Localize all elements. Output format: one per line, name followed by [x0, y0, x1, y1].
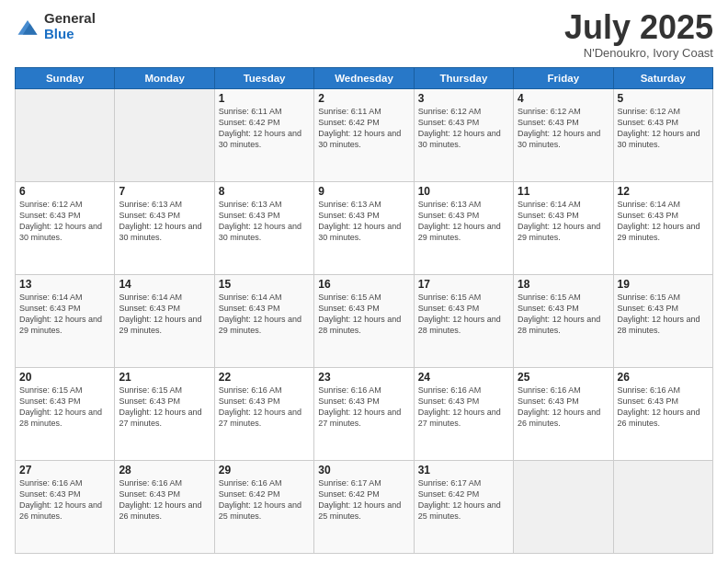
day-number: 31	[418, 464, 509, 477]
calendar-cell: 6Sunrise: 6:12 AM Sunset: 6:43 PM Daylig…	[16, 182, 115, 275]
calendar-cell: 3Sunrise: 6:12 AM Sunset: 6:43 PM Daylig…	[414, 89, 513, 182]
day-info: Sunrise: 6:16 AM Sunset: 6:43 PM Dayligh…	[19, 477, 110, 523]
calendar-cell: 25Sunrise: 6:16 AM Sunset: 6:43 PM Dayli…	[514, 368, 613, 461]
day-info: Sunrise: 6:16 AM Sunset: 6:43 PM Dayligh…	[318, 385, 409, 430]
calendar-cell: 9Sunrise: 6:13 AM Sunset: 6:43 PM Daylig…	[314, 182, 414, 275]
calendar-week-2: 6Sunrise: 6:12 AM Sunset: 6:43 PM Daylig…	[16, 182, 713, 275]
day-info: Sunrise: 6:15 AM Sunset: 6:43 PM Dayligh…	[618, 292, 709, 337]
day-number: 17	[418, 278, 509, 291]
weekday-header-thursday: Thursday	[414, 68, 513, 89]
calendar-cell: 10Sunrise: 6:13 AM Sunset: 6:43 PM Dayli…	[414, 182, 513, 275]
day-info: Sunrise: 6:12 AM Sunset: 6:43 PM Dayligh…	[618, 106, 709, 151]
weekday-header-friday: Friday	[514, 68, 613, 89]
day-number: 9	[318, 185, 409, 198]
calendar-week-4: 20Sunrise: 6:15 AM Sunset: 6:43 PM Dayli…	[16, 368, 713, 461]
day-number: 5	[618, 92, 709, 105]
header: General Blue July 2025 N'Denoukro, Ivory…	[15, 11, 713, 60]
day-info: Sunrise: 6:16 AM Sunset: 6:43 PM Dayligh…	[418, 385, 509, 430]
day-number: 6	[19, 185, 110, 198]
day-number: 12	[618, 185, 709, 198]
day-info: Sunrise: 6:14 AM Sunset: 6:43 PM Dayligh…	[219, 292, 310, 337]
calendar-week-5: 27Sunrise: 6:16 AM Sunset: 6:43 PM Dayli…	[16, 461, 713, 554]
calendar-cell: 24Sunrise: 6:16 AM Sunset: 6:43 PM Dayli…	[414, 368, 513, 461]
day-info: Sunrise: 6:13 AM Sunset: 6:43 PM Dayligh…	[219, 199, 310, 244]
calendar-cell	[115, 89, 214, 182]
day-info: Sunrise: 6:12 AM Sunset: 6:43 PM Dayligh…	[518, 106, 609, 151]
day-number: 14	[119, 278, 210, 291]
calendar-week-1: 1Sunrise: 6:11 AM Sunset: 6:42 PM Daylig…	[16, 89, 713, 182]
day-info: Sunrise: 6:11 AM Sunset: 6:42 PM Dayligh…	[219, 106, 310, 151]
calendar-cell: 15Sunrise: 6:14 AM Sunset: 6:43 PM Dayli…	[214, 275, 313, 368]
weekday-header-wednesday: Wednesday	[314, 68, 414, 89]
calendar-cell: 14Sunrise: 6:14 AM Sunset: 6:43 PM Dayli…	[115, 275, 214, 368]
day-number: 26	[618, 371, 709, 384]
logo: General Blue	[15, 11, 96, 41]
day-info: Sunrise: 6:15 AM Sunset: 6:43 PM Dayligh…	[318, 292, 409, 337]
calendar-cell: 23Sunrise: 6:16 AM Sunset: 6:43 PM Dayli…	[314, 368, 414, 461]
day-number: 29	[219, 464, 310, 477]
day-info: Sunrise: 6:15 AM Sunset: 6:43 PM Dayligh…	[119, 385, 210, 430]
day-info: Sunrise: 6:16 AM Sunset: 6:43 PM Dayligh…	[119, 477, 210, 523]
calendar-cell: 31Sunrise: 6:17 AM Sunset: 6:42 PM Dayli…	[414, 461, 513, 554]
weekday-header-saturday: Saturday	[613, 68, 712, 89]
calendar-table: SundayMondayTuesdayWednesdayThursdayFrid…	[15, 67, 713, 554]
calendar-cell: 30Sunrise: 6:17 AM Sunset: 6:42 PM Dayli…	[314, 461, 414, 554]
day-number: 2	[318, 92, 409, 105]
day-number: 30	[318, 464, 409, 477]
page: General Blue July 2025 N'Denoukro, Ivory…	[0, 0, 728, 563]
day-info: Sunrise: 6:17 AM Sunset: 6:42 PM Dayligh…	[318, 477, 409, 523]
day-info: Sunrise: 6:17 AM Sunset: 6:42 PM Dayligh…	[418, 477, 509, 523]
calendar-cell: 27Sunrise: 6:16 AM Sunset: 6:43 PM Dayli…	[16, 461, 115, 554]
day-number: 20	[19, 371, 110, 384]
day-info: Sunrise: 6:13 AM Sunset: 6:43 PM Dayligh…	[119, 199, 210, 244]
logo-blue-text: Blue	[44, 27, 96, 42]
day-number: 10	[418, 185, 509, 198]
day-number: 27	[19, 464, 110, 477]
calendar-cell: 26Sunrise: 6:16 AM Sunset: 6:43 PM Dayli…	[613, 368, 712, 461]
calendar-cell: 8Sunrise: 6:13 AM Sunset: 6:43 PM Daylig…	[214, 182, 313, 275]
day-info: Sunrise: 6:14 AM Sunset: 6:43 PM Dayligh…	[518, 199, 609, 244]
weekday-header-sunday: Sunday	[16, 68, 115, 89]
day-number: 13	[19, 278, 110, 291]
calendar-cell	[514, 461, 613, 554]
day-number: 7	[119, 185, 210, 198]
logo-icon	[15, 14, 40, 40]
calendar-cell	[16, 89, 115, 182]
month-title: July 2025	[564, 11, 713, 44]
calendar-cell: 21Sunrise: 6:15 AM Sunset: 6:43 PM Dayli…	[115, 368, 214, 461]
calendar-cell: 13Sunrise: 6:14 AM Sunset: 6:43 PM Dayli…	[16, 275, 115, 368]
header-right: July 2025 N'Denoukro, Ivory Coast	[564, 11, 713, 60]
day-info: Sunrise: 6:12 AM Sunset: 6:43 PM Dayligh…	[418, 106, 509, 151]
day-number: 28	[119, 464, 210, 477]
day-number: 1	[219, 92, 310, 105]
day-info: Sunrise: 6:14 AM Sunset: 6:43 PM Dayligh…	[618, 199, 709, 244]
day-number: 15	[219, 278, 310, 291]
day-number: 11	[518, 185, 609, 198]
calendar-cell: 29Sunrise: 6:16 AM Sunset: 6:42 PM Dayli…	[214, 461, 313, 554]
day-info: Sunrise: 6:16 AM Sunset: 6:43 PM Dayligh…	[518, 385, 609, 430]
calendar-cell: 2Sunrise: 6:11 AM Sunset: 6:42 PM Daylig…	[314, 89, 414, 182]
day-info: Sunrise: 6:15 AM Sunset: 6:43 PM Dayligh…	[418, 292, 509, 337]
calendar-cell: 11Sunrise: 6:14 AM Sunset: 6:43 PM Dayli…	[514, 182, 613, 275]
calendar-cell: 7Sunrise: 6:13 AM Sunset: 6:43 PM Daylig…	[115, 182, 214, 275]
day-number: 25	[518, 371, 609, 384]
calendar-cell	[613, 461, 712, 554]
day-number: 4	[518, 92, 609, 105]
day-number: 21	[119, 371, 210, 384]
calendar-week-3: 13Sunrise: 6:14 AM Sunset: 6:43 PM Dayli…	[16, 275, 713, 368]
calendar-cell: 17Sunrise: 6:15 AM Sunset: 6:43 PM Dayli…	[414, 275, 513, 368]
day-info: Sunrise: 6:16 AM Sunset: 6:43 PM Dayligh…	[618, 385, 709, 430]
calendar-cell: 5Sunrise: 6:12 AM Sunset: 6:43 PM Daylig…	[613, 89, 712, 182]
calendar-cell: 20Sunrise: 6:15 AM Sunset: 6:43 PM Dayli…	[16, 368, 115, 461]
logo-text: General Blue	[44, 11, 96, 41]
calendar-cell: 22Sunrise: 6:16 AM Sunset: 6:43 PM Dayli…	[214, 368, 313, 461]
day-info: Sunrise: 6:14 AM Sunset: 6:43 PM Dayligh…	[19, 292, 110, 337]
calendar-cell: 1Sunrise: 6:11 AM Sunset: 6:42 PM Daylig…	[214, 89, 313, 182]
day-number: 23	[318, 371, 409, 384]
day-number: 24	[418, 371, 509, 384]
day-number: 8	[219, 185, 310, 198]
weekday-header-monday: Monday	[115, 68, 214, 89]
calendar-cell: 16Sunrise: 6:15 AM Sunset: 6:43 PM Dayli…	[314, 275, 414, 368]
calendar-cell: 18Sunrise: 6:15 AM Sunset: 6:43 PM Dayli…	[514, 275, 613, 368]
day-number: 22	[219, 371, 310, 384]
